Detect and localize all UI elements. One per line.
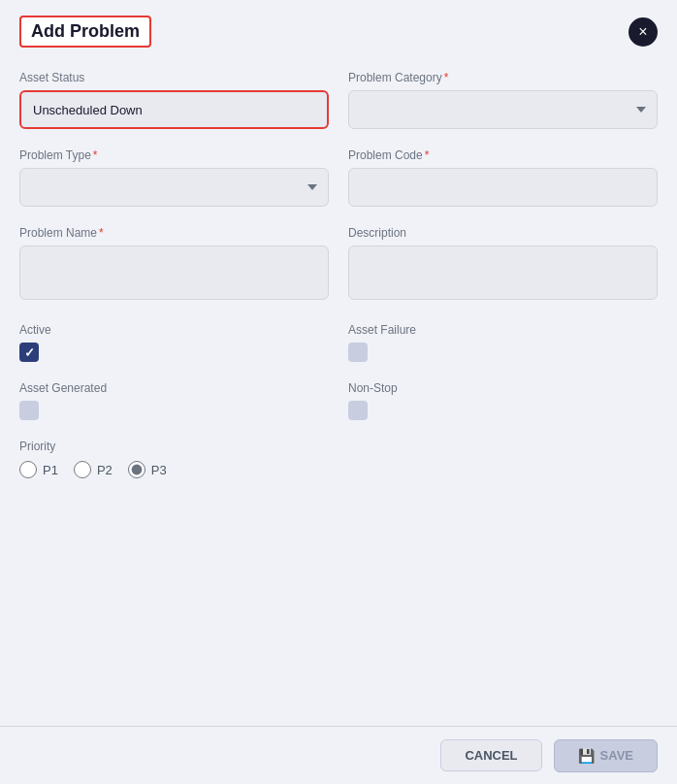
problem-code-label: Problem Code* (348, 148, 658, 162)
close-button[interactable]: × (629, 17, 658, 47)
required-star: * (99, 226, 104, 240)
active-checkbox[interactable]: ✓ (19, 343, 39, 362)
non-stop-checkbox[interactable] (348, 401, 368, 420)
asset-status-group: Asset Status (19, 71, 329, 129)
asset-failure-group: Asset Failure (348, 323, 658, 362)
description-input[interactable] (348, 245, 658, 300)
save-icon: 💾 (578, 748, 595, 764)
cancel-button[interactable]: CANCEL (440, 739, 541, 771)
asset-generated-checkbox[interactable] (19, 401, 39, 420)
priority-group: Priority P1 P2 P3 (19, 440, 329, 478)
modal-title: Add Problem (19, 16, 151, 48)
problem-category-select[interactable] (348, 90, 658, 129)
priority-p3-label: P3 (151, 463, 167, 477)
non-stop-group: Non-Stop (348, 381, 658, 420)
problem-name-group: Problem Name* (19, 226, 329, 304)
form-row-6: Priority P1 P2 P3 (19, 440, 658, 478)
asset-status-label: Asset Status (19, 71, 329, 84)
empty-col (348, 440, 658, 478)
problem-type-select-wrapper (19, 168, 329, 207)
priority-label: Priority (19, 440, 329, 453)
active-group: Active ✓ (19, 323, 329, 362)
problem-category-select-wrapper (348, 90, 658, 129)
asset-status-input[interactable] (19, 90, 329, 129)
active-checkbox-wrapper: ✓ (19, 343, 329, 362)
priority-radio-group: P1 P2 P3 (19, 461, 329, 478)
priority-p2-label: P2 (97, 463, 113, 477)
form-row-1: Asset Status Problem Category* (19, 71, 658, 129)
problem-category-label: Problem Category* (348, 71, 658, 84)
problem-code-group: Problem Code* (348, 148, 658, 207)
form-row-3: Problem Name* Description (19, 226, 658, 304)
save-label: SAVE (600, 748, 633, 763)
required-star: * (425, 148, 430, 162)
asset-generated-label: Asset Generated (19, 381, 329, 395)
required-star: * (444, 71, 449, 84)
problem-type-label: Problem Type* (19, 148, 329, 162)
checkmark-icon: ✓ (24, 345, 35, 360)
problem-code-input[interactable] (348, 168, 658, 207)
form-row-5: Asset Generated Non-Stop (19, 381, 658, 420)
priority-p3-radio[interactable] (128, 461, 145, 478)
priority-p1-option: P1 (19, 461, 58, 478)
problem-type-select[interactable] (19, 168, 329, 207)
problem-name-input[interactable] (19, 245, 329, 300)
modal-footer: CANCEL 💾 SAVE (0, 726, 677, 784)
asset-failure-label: Asset Failure (348, 323, 658, 337)
non-stop-checkbox-wrapper (348, 401, 658, 420)
description-label: Description (348, 226, 658, 240)
priority-p1-label: P1 (43, 463, 58, 477)
priority-p1-radio[interactable] (19, 461, 37, 478)
non-stop-label: Non-Stop (348, 381, 658, 395)
asset-failure-checkbox-wrapper (348, 343, 658, 362)
problem-category-group: Problem Category* (348, 71, 658, 129)
priority-p2-radio[interactable] (74, 461, 91, 478)
problem-name-label: Problem Name* (19, 226, 329, 240)
problem-type-group: Problem Type* (19, 148, 329, 207)
add-problem-modal: Add Problem × Asset Status Problem Categ… (0, 0, 677, 784)
modal-header: Add Problem × (19, 16, 658, 48)
priority-p3-option: P3 (128, 461, 167, 478)
asset-generated-group: Asset Generated (19, 381, 329, 420)
asset-failure-checkbox[interactable] (348, 343, 368, 362)
asset-generated-checkbox-wrapper (19, 401, 329, 420)
save-button[interactable]: 💾 SAVE (554, 739, 658, 772)
form-row-4: Active ✓ Asset Failure (19, 323, 658, 362)
active-label: Active (19, 323, 329, 337)
form-row-2: Problem Type* Problem Code* (19, 148, 658, 207)
description-group: Description (348, 226, 658, 304)
priority-p2-option: P2 (74, 461, 113, 478)
required-star: * (93, 148, 98, 162)
